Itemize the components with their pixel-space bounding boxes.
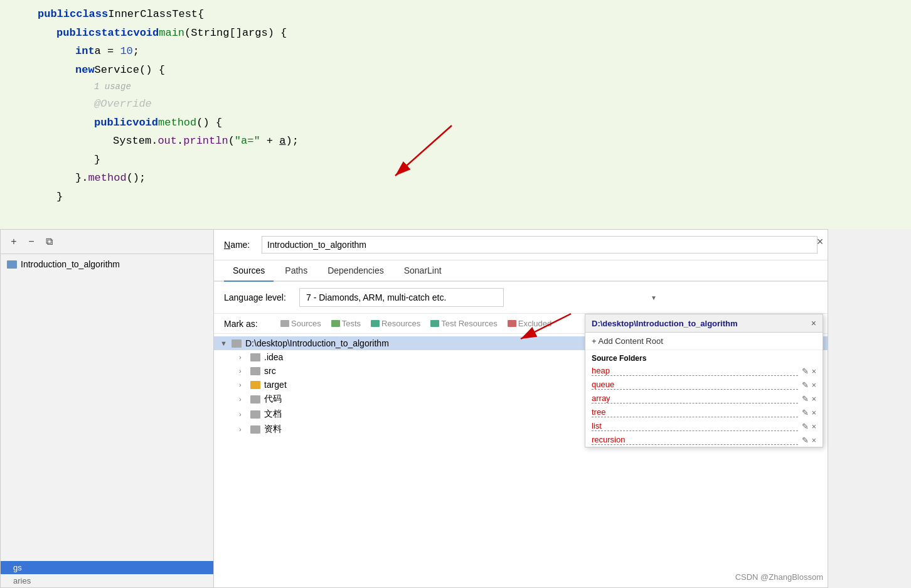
popup-folder-name: tree bbox=[592, 407, 798, 417]
add-content-root-button[interactable]: + Add Content Root bbox=[585, 333, 823, 350]
popup-folder-edit-button[interactable]: ✎ bbox=[802, 380, 809, 390]
popup-folder-actions: ✎ × bbox=[802, 408, 816, 417]
ftree-folder-icon bbox=[250, 395, 260, 404]
popup-folder-delete-button[interactable]: × bbox=[811, 394, 816, 404]
code-line: }.method(); bbox=[0, 169, 911, 188]
popup-folder-edit-button[interactable]: ✎ bbox=[802, 436, 809, 445]
code-line: public static void main(String[] args) { bbox=[0, 24, 911, 43]
popup-folder-name: array bbox=[592, 393, 798, 404]
sidebar-panel: + − ⧉ Introduction_to_algorithm gs aries bbox=[1, 230, 214, 587]
popup-folder-actions: ✎ × bbox=[802, 366, 816, 376]
popup-folder-name: heap bbox=[592, 366, 798, 376]
ftree-arrow: › bbox=[239, 353, 247, 361]
popup-folder-item: queue ✎ × bbox=[585, 378, 823, 392]
add-module-button[interactable]: + bbox=[7, 235, 21, 249]
ftree-arrow: › bbox=[239, 425, 247, 433]
source-folders-label: Source Folders bbox=[585, 350, 823, 364]
tests-folder-icon bbox=[331, 320, 340, 327]
tab-sonarlint[interactable]: SonarLint bbox=[395, 260, 450, 282]
popup-folder-edit-button[interactable]: ✎ bbox=[802, 422, 809, 431]
mark-test-resources-label: Test Resources bbox=[441, 319, 498, 328]
watermark: CSDN @ZhangBlossom bbox=[735, 572, 823, 582]
popup-header: D:\desktop\Introduction_to_algorithm × bbox=[585, 314, 823, 333]
popup-folder-delete-button[interactable]: × bbox=[811, 408, 816, 417]
popup-close-button[interactable]: × bbox=[811, 318, 816, 328]
popup-folder-item: tree ✎ × bbox=[585, 405, 823, 419]
remove-module-button[interactable]: − bbox=[24, 235, 38, 249]
code-line: } bbox=[0, 151, 911, 169]
popup-folder-actions: ✎ × bbox=[802, 380, 816, 390]
code-line: } bbox=[0, 188, 911, 206]
sidebar-sections: gs aries bbox=[1, 561, 213, 587]
code-line: new Service() { bbox=[0, 61, 911, 80]
module-item[interactable]: Introduction_to_algorithm bbox=[1, 257, 213, 272]
ftree-item-label: .idea bbox=[264, 352, 283, 362]
popup-folder-actions: ✎ × bbox=[802, 436, 816, 445]
popup-folder-name: queue bbox=[592, 380, 798, 390]
popup-folder-name: recursion bbox=[592, 435, 798, 445]
ftree-item-label: target bbox=[264, 380, 287, 390]
ftree-arrow: › bbox=[239, 410, 247, 418]
popup-folder-actions: ✎ × bbox=[802, 422, 816, 431]
code-line: public void method() { bbox=[0, 114, 911, 132]
ftree-folder-icon bbox=[250, 425, 260, 434]
sidebar-section-gs[interactable]: gs bbox=[1, 561, 213, 574]
popup-folder-delete-button[interactable]: × bbox=[811, 380, 816, 390]
mark-test-resources-button[interactable]: Test Resources bbox=[427, 318, 501, 329]
popup-folder-item: recursion ✎ × bbox=[585, 433, 823, 447]
sidebar-section-aries[interactable]: aries bbox=[1, 574, 213, 587]
popup-title: D:\desktop\Introduction_to_algorithm bbox=[592, 319, 738, 328]
tab-dependencies[interactable]: Dependencies bbox=[319, 260, 393, 282]
module-tree: Introduction_to_algorithm bbox=[1, 254, 213, 561]
ftree-item-label: src bbox=[264, 366, 276, 376]
content-root-popup: D:\desktop\Introduction_to_algorithm × +… bbox=[585, 314, 823, 447]
mark-sources-label: Sources bbox=[291, 319, 321, 328]
popup-folder-delete-button[interactable]: × bbox=[811, 422, 816, 431]
language-level-select[interactable]: 7 - Diamonds, ARM, multi-catch etc. 8 - … bbox=[299, 288, 504, 307]
name-label: Name: bbox=[224, 240, 255, 250]
mark-excluded-button[interactable]: Excluded bbox=[504, 318, 555, 329]
tab-sources[interactable]: Sources bbox=[224, 260, 274, 282]
ftree-item-label: 资料 bbox=[264, 424, 282, 435]
ftree-arrow: › bbox=[239, 395, 247, 403]
ftree-folder-icon bbox=[250, 381, 260, 389]
root-arrow: ▼ bbox=[220, 339, 228, 347]
ftree-folder-icon bbox=[250, 410, 260, 419]
sidebar-toolbar: + − ⧉ bbox=[1, 230, 213, 254]
language-level-select-wrapper: 7 - Diamonds, ARM, multi-catch etc. 8 - … bbox=[299, 288, 663, 307]
mark-resources-button[interactable]: Resources bbox=[367, 318, 424, 329]
popup-folder-delete-button[interactable]: × bbox=[811, 366, 816, 376]
popup-folder-item: array ✎ × bbox=[585, 392, 823, 405]
popup-folders-list: heap ✎ × queue ✎ × array ✎ × tree ✎ × li… bbox=[585, 364, 823, 447]
mark-as-label: Mark as: bbox=[224, 319, 274, 329]
popup-folder-item: heap ✎ × bbox=[585, 364, 823, 378]
module-folder-icon bbox=[7, 260, 17, 269]
excluded-folder-icon bbox=[508, 320, 516, 327]
popup-folder-edit-button[interactable]: ✎ bbox=[802, 408, 809, 417]
tabs-row: Sources Paths Dependencies SonarLint bbox=[214, 260, 828, 282]
mark-tests-label: Tests bbox=[342, 319, 361, 328]
ftree-item-label: 文档 bbox=[264, 409, 282, 420]
popup-folder-edit-button[interactable]: ✎ bbox=[802, 394, 809, 404]
ftree-folder-icon bbox=[250, 353, 260, 361]
code-line: int a = 10; bbox=[0, 42, 911, 61]
ftree-folder-icon bbox=[250, 367, 260, 375]
mark-sources-button[interactable]: Sources bbox=[277, 318, 325, 329]
mark-tests-button[interactable]: Tests bbox=[328, 318, 365, 329]
popup-folder-delete-button[interactable]: × bbox=[811, 436, 816, 445]
dialog-close-button[interactable]: × bbox=[814, 235, 826, 248]
name-input[interactable] bbox=[262, 236, 818, 254]
sources-folder-icon bbox=[280, 320, 289, 327]
code-line: System.out.println("a=" + a); bbox=[0, 132, 911, 151]
popup-folder-edit-button[interactable]: ✎ bbox=[802, 366, 809, 376]
code-line: 1 usage bbox=[0, 79, 911, 95]
ftree-arrow: › bbox=[239, 381, 247, 388]
tab-paths[interactable]: Paths bbox=[276, 260, 316, 282]
popup-folder-actions: ✎ × bbox=[802, 394, 816, 404]
code-line: public class InnerClassTest { bbox=[0, 5, 911, 24]
module-name-label: Introduction_to_algorithm bbox=[21, 259, 120, 269]
copy-module-button[interactable]: ⧉ bbox=[42, 235, 56, 249]
resources-folder-icon bbox=[371, 320, 380, 327]
language-level-label: Language level: bbox=[224, 292, 293, 302]
mark-resources-label: Resources bbox=[381, 319, 420, 328]
